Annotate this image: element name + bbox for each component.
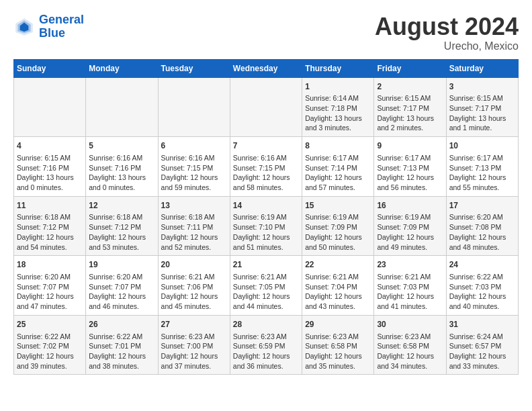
logo-icon <box>13 16 35 38</box>
cell-content-line: Sunrise: 6:17 AM <box>305 153 371 163</box>
cell-content-line: Sunset: 6:58 PM <box>377 341 443 351</box>
calendar-cell: 15Sunrise: 6:19 AMSunset: 7:09 PMDayligh… <box>302 196 374 256</box>
cell-content-line: Sunset: 7:12 PM <box>89 222 154 232</box>
cell-content-line: Daylight: 12 hours <box>449 173 515 183</box>
cell-content-line: Sunrise: 6:21 AM <box>377 272 443 282</box>
cell-content-line: Sunset: 7:15 PM <box>233 163 299 173</box>
calendar-cell: 11Sunrise: 6:18 AMSunset: 7:12 PMDayligh… <box>14 196 86 256</box>
day-number: 31 <box>449 319 515 330</box>
cell-content-line: and 58 minutes. <box>233 183 299 193</box>
day-number: 27 <box>161 319 227 330</box>
day-number: 21 <box>233 259 299 271</box>
day-number: 28 <box>233 319 299 330</box>
cell-content-line: Sunrise: 6:21 AM <box>305 272 371 282</box>
cell-content-line: and 50 minutes. <box>305 242 371 253</box>
cell-content-line: Sunset: 6:58 PM <box>305 341 371 351</box>
cell-content-line: Sunrise: 6:24 AM <box>449 332 515 342</box>
cell-content-line: and 36 minutes. <box>233 361 299 371</box>
calendar-cell <box>158 77 230 137</box>
cell-content-line: Daylight: 12 hours <box>233 173 299 183</box>
cell-content-line: Sunset: 7:03 PM <box>449 282 515 292</box>
cell-content-line: and 38 minutes. <box>89 361 154 371</box>
cell-content-line: Sunset: 7:10 PM <box>233 222 299 232</box>
cell-content-line: Daylight: 12 hours <box>89 351 154 361</box>
calendar-cell: 16Sunrise: 6:19 AMSunset: 7:09 PMDayligh… <box>374 196 446 256</box>
cell-content-line: Sunset: 7:15 PM <box>161 163 227 173</box>
cell-content-line: Daylight: 12 hours <box>17 232 83 242</box>
cell-content-line: Sunset: 6:59 PM <box>233 341 299 351</box>
cell-content-line: Sunrise: 6:23 AM <box>233 332 299 342</box>
day-number: 25 <box>17 319 83 330</box>
cell-content-line: Daylight: 12 hours <box>161 351 227 361</box>
cell-content-line: Sunrise: 6:22 AM <box>449 272 515 282</box>
cell-content-line: Sunrise: 6:17 AM <box>377 153 443 163</box>
calendar-cell: 21Sunrise: 6:21 AMSunset: 7:05 PMDayligh… <box>230 256 302 316</box>
cell-content-line: Sunrise: 6:18 AM <box>89 212 154 222</box>
day-number: 12 <box>89 200 154 212</box>
calendar-cell: 28Sunrise: 6:23 AMSunset: 6:59 PMDayligh… <box>230 315 302 375</box>
day-number: 13 <box>161 200 227 212</box>
cell-content-line: Sunrise: 6:20 AM <box>17 272 83 282</box>
day-number: 5 <box>89 140 154 152</box>
cell-content-line: Sunrise: 6:16 AM <box>161 153 227 163</box>
calendar-cell: 26Sunrise: 6:22 AMSunset: 7:01 PMDayligh… <box>86 315 158 375</box>
cell-content-line: Sunrise: 6:23 AM <box>305 332 371 342</box>
cell-content-line: Sunrise: 6:14 AM <box>305 93 371 103</box>
calendar-cell: 3Sunrise: 6:15 AMSunset: 7:17 PMDaylight… <box>446 77 518 137</box>
day-number: 9 <box>377 140 443 152</box>
cell-content-line: Daylight: 12 hours <box>161 291 227 302</box>
cell-content-line: Daylight: 12 hours <box>377 173 443 183</box>
title-block: August 2024 Urecho, Mexico <box>375 13 519 52</box>
cell-content-line: and 0 minutes. <box>89 183 154 193</box>
calendar-cell: 13Sunrise: 6:18 AMSunset: 7:11 PMDayligh… <box>158 196 230 256</box>
cell-content-line: Daylight: 13 hours <box>377 113 443 124</box>
header-day: Friday <box>374 59 446 77</box>
header-day: Monday <box>86 59 158 77</box>
cell-content-line: and 1 minute. <box>449 123 515 133</box>
cell-content-line: Sunset: 7:06 PM <box>161 282 227 292</box>
cell-content-line: and 47 minutes. <box>17 302 83 312</box>
cell-content-line: Sunrise: 6:16 AM <box>233 153 299 163</box>
cell-content-line: Sunset: 7:14 PM <box>305 163 371 173</box>
day-number: 1 <box>305 81 371 93</box>
cell-content-line: Daylight: 12 hours <box>161 173 227 183</box>
cell-content-line: and 46 minutes. <box>89 302 154 312</box>
cell-content-line: Daylight: 13 hours <box>305 113 371 124</box>
cell-content-line: Daylight: 12 hours <box>17 351 83 361</box>
calendar-cell: 25Sunrise: 6:22 AMSunset: 7:02 PMDayligh… <box>14 315 86 375</box>
cell-content-line: Sunset: 7:04 PM <box>305 282 371 292</box>
cell-content-line: Sunset: 7:09 PM <box>377 222 443 232</box>
logo-line1: General <box>39 13 84 26</box>
calendar-cell: 10Sunrise: 6:17 AMSunset: 7:13 PMDayligh… <box>446 137 518 197</box>
cell-content-line: and 49 minutes. <box>377 242 443 253</box>
calendar-cell: 2Sunrise: 6:15 AMSunset: 7:17 PMDaylight… <box>374 77 446 137</box>
logo: General Blue <box>13 13 84 40</box>
cell-content-line: Sunset: 7:07 PM <box>17 282 83 292</box>
day-number: 7 <box>233 140 299 152</box>
calendar-cell: 4Sunrise: 6:15 AMSunset: 7:16 PMDaylight… <box>14 137 86 197</box>
calendar-week-row: 11Sunrise: 6:18 AMSunset: 7:12 PMDayligh… <box>14 196 519 256</box>
day-number: 10 <box>449 140 515 152</box>
cell-content-line: and 34 minutes. <box>377 361 443 371</box>
cell-content-line: Daylight: 12 hours <box>377 232 443 242</box>
calendar-week-row: 18Sunrise: 6:20 AMSunset: 7:07 PMDayligh… <box>14 256 519 316</box>
calendar-cell: 8Sunrise: 6:17 AMSunset: 7:14 PMDaylight… <box>302 137 374 197</box>
cell-content-line: and 2 minutes. <box>377 123 443 133</box>
calendar-cell: 29Sunrise: 6:23 AMSunset: 6:58 PMDayligh… <box>302 315 374 375</box>
cell-content-line: Sunset: 7:16 PM <box>17 163 83 173</box>
cell-content-line: and 40 minutes. <box>449 302 515 312</box>
cell-content-line: Sunrise: 6:20 AM <box>89 272 154 282</box>
logo-line2: Blue <box>39 26 65 40</box>
day-number: 19 <box>89 259 154 271</box>
cell-content-line: and 52 minutes. <box>161 242 227 253</box>
header-day: Wednesday <box>230 59 302 77</box>
cell-content-line: Daylight: 12 hours <box>449 351 515 361</box>
calendar-header: SundayMondayTuesdayWednesdayThursdayFrid… <box>14 59 519 77</box>
day-number: 18 <box>17 259 83 271</box>
cell-content-line: Sunrise: 6:18 AM <box>17 212 83 222</box>
calendar-cell: 17Sunrise: 6:20 AMSunset: 7:08 PMDayligh… <box>446 196 518 256</box>
calendar-cell: 14Sunrise: 6:19 AMSunset: 7:10 PMDayligh… <box>230 196 302 256</box>
cell-content-line: Sunrise: 6:20 AM <box>449 212 515 222</box>
cell-content-line: Daylight: 12 hours <box>449 232 515 242</box>
calendar-cell: 27Sunrise: 6:23 AMSunset: 7:00 PMDayligh… <box>158 315 230 375</box>
